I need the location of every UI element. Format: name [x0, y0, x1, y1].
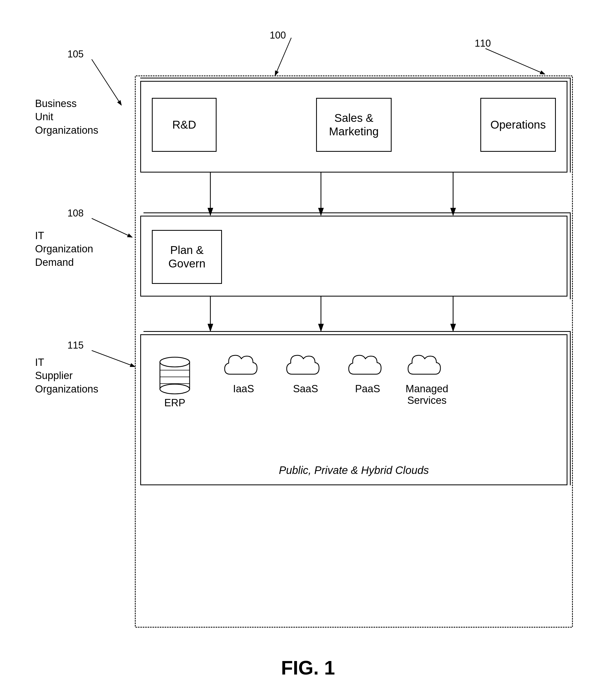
- supplier-label: ITSupplierOrganizations: [35, 356, 127, 396]
- operations-box: Operations: [480, 98, 556, 152]
- saas-label: SaaS: [293, 383, 318, 395]
- ref-100: 100: [270, 30, 286, 41]
- svg-line-2: [275, 38, 291, 75]
- ref-108: 108: [67, 208, 84, 219]
- svg-line-5: [485, 49, 545, 74]
- ref-110: 110: [475, 38, 491, 49]
- managed-services-group: ManagedServices: [405, 351, 449, 406]
- iaas-cloud-icon: [222, 351, 265, 381]
- managed-services-cloud-icon: [405, 351, 449, 381]
- it-layer-right-edge: [570, 213, 571, 299]
- supplier-layer-box: ERP IaaS SaaS PaaS M: [140, 334, 567, 485]
- clouds-footer-text: Public, Private & Hybrid Clouds: [232, 464, 475, 476]
- plan-govern-box: Plan &Govern: [152, 230, 222, 284]
- saas-group: SaaS: [284, 351, 327, 395]
- bu-label: BusinessUnitOrganizations: [35, 97, 127, 137]
- paas-group: PaaS: [346, 351, 389, 395]
- paas-cloud-icon: [346, 351, 389, 381]
- erp-group: ERP: [157, 351, 192, 409]
- bu-layer-box: R&D Sales &Marketing Operations: [140, 81, 567, 172]
- erp-cylinder-icon: [157, 351, 192, 394]
- it-layer-box: Plan &Govern: [140, 216, 567, 296]
- it-layer-top-edge: [144, 213, 571, 213]
- iaas-label: IaaS: [233, 383, 254, 395]
- diagram-container: 100 105 108 110 115 R&D Sales &Marketing…: [32, 21, 584, 641]
- ref-115: 115: [67, 340, 84, 351]
- managed-services-label: ManagedServices: [406, 383, 448, 406]
- saas-cloud-icon: [284, 351, 327, 381]
- supplier-layer-right-edge: [570, 331, 571, 485]
- it-org-label: ITOrganizationDemand: [35, 229, 127, 269]
- iaas-group: IaaS: [222, 351, 265, 395]
- bu-tl-corner: [140, 78, 144, 81]
- svg-point-14: [160, 384, 189, 394]
- svg-point-15: [160, 357, 189, 367]
- rnd-box: R&D: [152, 98, 217, 152]
- bu-layer-top-edge: [144, 78, 571, 79]
- supplier-layer-top-edge: [144, 331, 571, 332]
- bu-layer-right-edge: [570, 78, 571, 172]
- paas-label: PaaS: [355, 383, 380, 395]
- sales-marketing-box: Sales &Marketing: [316, 98, 392, 152]
- fig-caption: FIG. 1: [281, 657, 335, 679]
- erp-label: ERP: [164, 397, 185, 409]
- ref-105: 105: [67, 49, 84, 60]
